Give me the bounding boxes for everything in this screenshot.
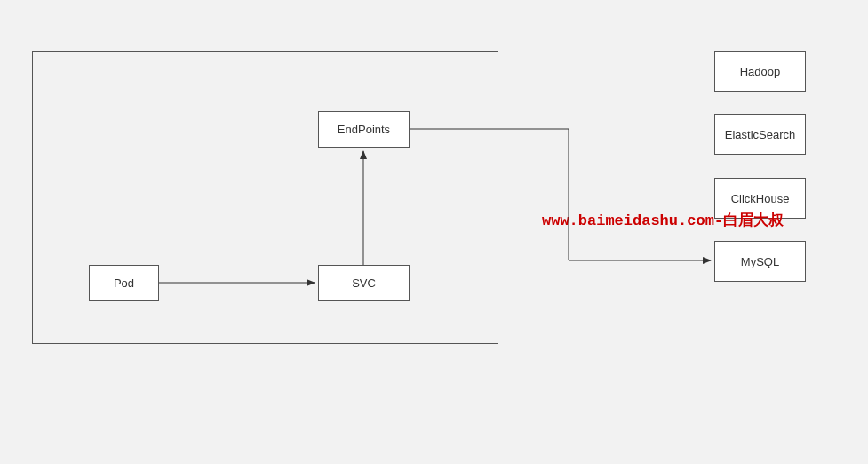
- node-endpoints-label: EndPoints: [338, 123, 390, 136]
- node-elasticsearch-label: ElasticSearch: [725, 128, 795, 141]
- node-endpoints: EndPoints: [318, 111, 410, 148]
- node-svc: SVC: [318, 265, 410, 301]
- node-mysql: MySQL: [714, 241, 806, 282]
- node-mysql-label: MySQL: [741, 255, 779, 268]
- node-hadoop-label: Hadoop: [740, 65, 781, 78]
- node-hadoop: Hadoop: [714, 51, 806, 92]
- node-pod: Pod: [89, 265, 159, 301]
- node-clickhouse-label: ClickHouse: [731, 192, 790, 205]
- watermark-text: www.baimeidashu.com-白眉大叔: [542, 210, 784, 230]
- node-svc-label: SVC: [352, 276, 376, 290]
- node-pod-label: Pod: [114, 276, 134, 290]
- node-elasticsearch: ElasticSearch: [714, 114, 806, 155]
